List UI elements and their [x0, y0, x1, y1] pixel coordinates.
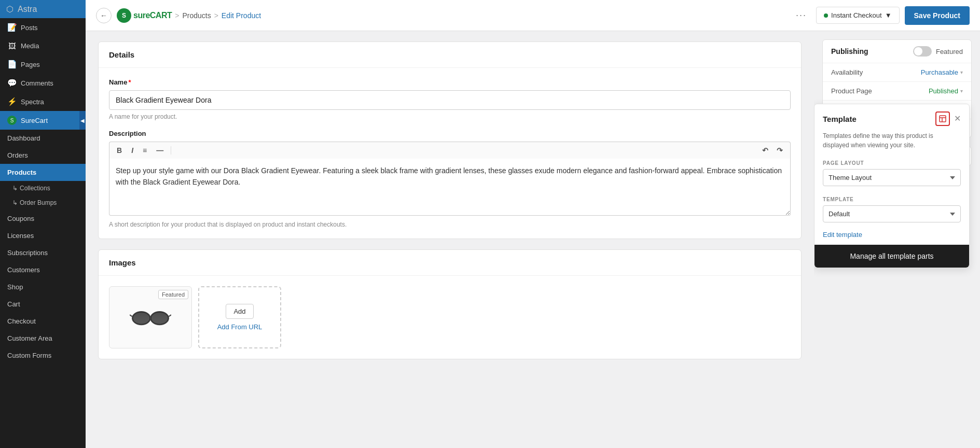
popup-close-button[interactable]: ✕: [954, 115, 961, 123]
sidebar-item-checkout[interactable]: Checkout: [0, 313, 86, 330]
name-label: Name*: [109, 78, 791, 86]
spectra-label: Spectra: [21, 98, 44, 106]
surecart-logo[interactable]: S sureCART: [117, 8, 172, 23]
media-label: Media: [21, 42, 39, 50]
name-hint: A name for your product.: [109, 113, 791, 120]
product-page-label: Product Page: [831, 87, 872, 95]
surecart-label: SureCart: [21, 117, 48, 124]
instant-checkout-label: Instant Checkout: [831, 11, 882, 19]
sidebar-item-customer-area[interactable]: Customer Area: [0, 330, 86, 347]
product-name-input[interactable]: [109, 90, 791, 110]
description-hint: A short description for your product tha…: [109, 221, 791, 228]
sidebar-item-cart[interactable]: Cart: [0, 296, 86, 313]
italic-button[interactable]: I: [129, 145, 135, 156]
availability-chevron: ▾: [960, 69, 963, 75]
popup-template-icon-button[interactable]: [935, 111, 950, 126]
product-page-value[interactable]: Published ▾: [929, 87, 963, 95]
comments-icon: 💬: [7, 78, 17, 88]
svg-point-5: [133, 312, 149, 324]
details-header: Details: [99, 42, 801, 68]
manage-template-parts-button[interactable]: Manage all template parts: [815, 245, 969, 268]
sidebar-top-astra[interactable]: ⬡ Astra: [0, 0, 86, 18]
sidebar: ⬡ Astra 📝 Posts 🖼 Media 📄 Pages 💬 Commen…: [0, 0, 86, 448]
svg-line-4: [169, 315, 171, 316]
product-page-chevron: ▾: [960, 88, 963, 94]
sidebar-item-dashboard[interactable]: Dashboard: [0, 130, 86, 147]
sidebar-item-coupons[interactable]: Coupons: [0, 210, 86, 227]
sidebar-item-shop[interactable]: Shop: [0, 278, 86, 296]
instant-checkout-chevron: ▼: [885, 11, 892, 19]
sidebar-item-orders[interactable]: Orders: [0, 147, 86, 164]
sidebar-item-surecart[interactable]: S SureCart ◀: [0, 111, 86, 130]
page-layout-label: PAGE LAYOUT: [815, 156, 969, 169]
content-area: Details Name* A name for your product. D…: [86, 31, 980, 448]
subscriptions-label: Subscriptions: [7, 249, 48, 257]
topbar-more-button[interactable]: ···: [792, 8, 811, 23]
divider-button[interactable]: —: [154, 145, 165, 156]
undo-redo-group: ↶ ↷: [760, 145, 785, 156]
right-sidebar: Publishing Featured Availability Purchas…: [814, 31, 980, 448]
sidebar-item-products[interactable]: Products: [0, 164, 86, 181]
sidebar-item-media[interactable]: 🖼 Media: [0, 37, 86, 55]
customers-label: Customers: [7, 266, 40, 274]
customer-area-label: Customer Area: [7, 334, 52, 342]
template-popup: Template ✕ Templates define: [814, 104, 970, 268]
instant-checkout-button[interactable]: Instant Checkout ▼: [816, 7, 899, 24]
sidebar-item-customers[interactable]: Customers: [0, 261, 86, 278]
template-select[interactable]: Default Custom Blank: [823, 205, 961, 222]
add-image-box[interactable]: Add Add From URL: [198, 286, 281, 348]
shop-label: Shop: [7, 283, 23, 291]
product-page-row[interactable]: Product Page Published ▾: [823, 81, 971, 100]
template-section-label: TEMPLATE: [815, 192, 969, 205]
breadcrumb-sep-2: >: [214, 11, 218, 20]
dashboard-label: Dashboard: [7, 134, 40, 142]
edit-template-link[interactable]: Edit template: [815, 229, 969, 245]
featured-toggle-label: Featured: [936, 48, 963, 55]
undo-button[interactable]: ↶: [760, 145, 770, 156]
sidebar-item-subscriptions[interactable]: Subscriptions: [0, 244, 86, 261]
svg-rect-7: [940, 116, 946, 122]
toolbar-separator: [171, 146, 171, 155]
featured-toggle[interactable]: [913, 46, 932, 57]
availability-value[interactable]: Purchasable ▾: [921, 68, 963, 76]
main-content: Details Name* A name for your product. D…: [86, 31, 814, 448]
sidebar-item-custom-forms[interactable]: Custom Forms: [0, 347, 86, 364]
sidebar-item-spectra[interactable]: ⚡ Spectra: [0, 92, 86, 111]
availability-row[interactable]: Availability Purchasable ▾: [823, 63, 971, 81]
description-textarea[interactable]: Step up your style game with our Dora Bl…: [109, 159, 791, 216]
list-button[interactable]: ≡: [141, 145, 149, 156]
products-label: Products: [7, 169, 36, 176]
sidebar-item-comments[interactable]: 💬 Comments: [0, 74, 86, 92]
custom-forms-label: Custom Forms: [7, 352, 51, 359]
sidebar-item-collections[interactable]: ↳ Collections: [0, 181, 86, 195]
page-layout-select[interactable]: Theme Layout Full Width Boxed: [823, 169, 961, 186]
redo-button[interactable]: ↷: [775, 145, 785, 156]
svg-line-3: [130, 315, 132, 316]
sidebar-item-order-bumps[interactable]: ↳ Order Bumps: [0, 195, 86, 210]
collections-label: Collections: [20, 185, 50, 192]
surecart-arrow: ◀: [79, 111, 86, 130]
order-bumps-prefix: ↳: [12, 199, 18, 206]
bold-button[interactable]: B: [115, 145, 124, 156]
astra-icon: ⬡: [6, 4, 13, 14]
images-header: Images: [99, 250, 801, 276]
comments-label: Comments: [21, 79, 53, 87]
sidebar-item-pages[interactable]: 📄 Pages: [0, 55, 86, 74]
breadcrumb-products-link[interactable]: Products: [182, 11, 211, 20]
add-from-url-link[interactable]: Add From URL: [217, 323, 263, 331]
publishing-header: Publishing Featured: [823, 40, 971, 63]
back-button[interactable]: ←: [96, 8, 112, 23]
ic-status-dot: [824, 13, 828, 18]
images-grid: Featured: [99, 276, 801, 359]
name-required: *: [128, 78, 131, 86]
sidebar-item-licenses[interactable]: Licenses: [0, 227, 86, 244]
featured-image-thumb[interactable]: Featured: [109, 286, 192, 348]
logo-text: sureCART: [133, 11, 172, 20]
add-image-button[interactable]: Add: [226, 304, 253, 319]
sidebar-item-posts[interactable]: 📝 Posts: [0, 18, 86, 37]
breadcrumb-current: Edit Product: [222, 11, 261, 20]
coupons-label: Coupons: [7, 215, 34, 222]
glasses-image: [130, 304, 171, 330]
save-product-button[interactable]: Save Product: [905, 6, 970, 25]
licenses-label: Licenses: [7, 232, 34, 240]
